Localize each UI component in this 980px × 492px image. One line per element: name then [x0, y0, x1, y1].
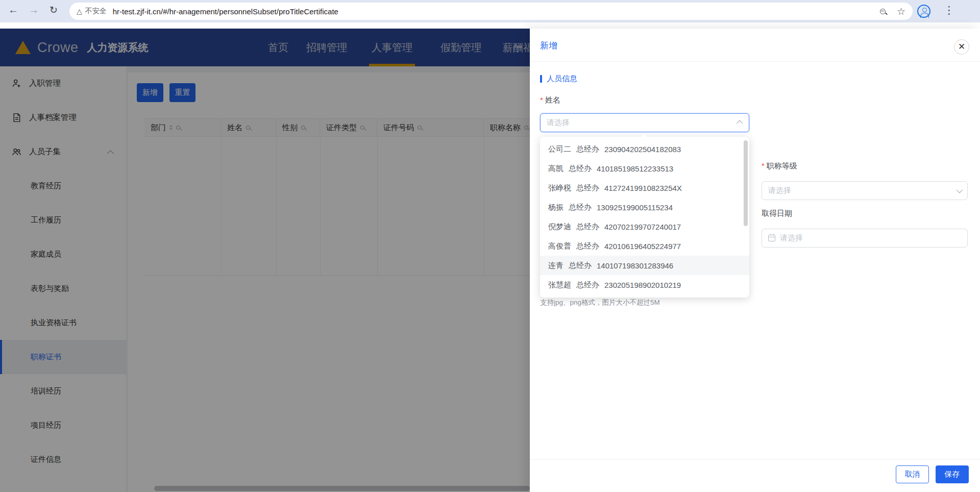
option-name: 连青 [548, 261, 564, 270]
browser-toolbar: ← → ↻ △ 不安全 hr-test.zjf-it.cn/#/hr-anage… [0, 0, 980, 22]
option-id: 420106196405224977 [604, 242, 681, 251]
zoom-out-icon[interactable] [880, 9, 886, 14]
browser-back-icon[interactable]: ← [8, 4, 18, 16]
dropdown-option[interactable]: 公司二总经办230904202504182083 [540, 139, 749, 159]
option-dept: 总经办 [576, 183, 599, 193]
option-dept: 总经办 [569, 164, 592, 174]
dropdown-option[interactable]: 高俊普总经办420106196405224977 [540, 236, 749, 256]
title-level-field-label: *职称等级 [762, 162, 797, 170]
url-text: hr-test.zjf-it.cn/#/hr-anagement/personn… [113, 7, 880, 16]
dropdown-option[interactable]: 张峥税总经办41272419910823254X [540, 178, 749, 198]
option-name: 杨振 [548, 203, 564, 212]
profile-avatar-icon[interactable] [917, 5, 930, 18]
required-asterisk: * [762, 161, 765, 170]
browser-forward-icon[interactable]: → [29, 4, 39, 16]
drawer-title: 新增 [540, 40, 557, 52]
app-page: Crowe 人力资源系统 首页招聘管理人事管理假勤管理薪酬福利 入职管理人事档案… [0, 29, 980, 492]
upload-hint: 支持jpg、png格式，图片大小不超过5M [540, 299, 660, 306]
option-name: 公司二 [548, 144, 571, 154]
name-dropdown: 公司二总经办230904202504182083高凯总经办41018519851… [540, 137, 749, 298]
name-field-label: *姓名 [540, 96, 560, 104]
option-name: 高俊普 [548, 241, 571, 251]
option-id: 41272419910823254X [604, 184, 682, 192]
save-button[interactable]: 保存 [936, 465, 969, 483]
dropdown-scrollbar[interactable] [744, 140, 748, 226]
option-name: 倪梦迪 [548, 222, 571, 232]
option-dept: 总经办 [569, 261, 592, 270]
security-warning-icon: △ [77, 7, 82, 15]
screen: ← → ↻ △ 不安全 hr-test.zjf-it.cn/#/hr-anage… [0, 0, 980, 492]
option-dept: 总经办 [576, 222, 599, 232]
option-id: 230205198902010219 [604, 281, 681, 289]
option-id: 420702199707240017 [604, 223, 681, 231]
address-bar[interactable]: △ 不安全 hr-test.zjf-it.cn/#/hr-anagement/p… [69, 3, 913, 20]
bookmark-star-icon[interactable]: ☆ [897, 7, 905, 16]
security-label[interactable]: 不安全 [85, 7, 107, 16]
dropdown-option[interactable]: 张慧超总经办230205198902010219 [540, 275, 749, 294]
name-select-placeholder: 请选择 [547, 118, 738, 128]
acquire-date-placeholder: 请选择 [780, 233, 961, 243]
option-id: 130925199005115234 [597, 203, 673, 212]
title-level-select[interactable]: 请选择 [762, 181, 968, 200]
browser-menu-icon[interactable]: ⋮ [944, 4, 954, 16]
option-dept: 总经办 [569, 203, 592, 212]
drawer-header-divider [530, 61, 980, 62]
option-name: 高凯 [548, 164, 564, 174]
option-id: 230904202504182083 [604, 145, 681, 154]
drawer-mask[interactable] [0, 29, 530, 492]
option-dept: 总经办 [576, 280, 599, 290]
name-select[interactable]: 请选择 [540, 113, 749, 132]
section-header: 人员信息 [540, 74, 577, 84]
drawer: 新增 ✕ 人员信息 *姓名 请选择 *职称等级 请选择 取得日 [530, 29, 980, 492]
option-name: 张慧超 [548, 280, 571, 290]
section-bar-icon [540, 75, 542, 83]
browser-reload-icon[interactable]: ↻ [50, 4, 58, 16]
close-icon[interactable]: ✕ [954, 39, 969, 55]
dropdown-option[interactable]: 倪梦迪总经办420702199707240017 [540, 217, 749, 236]
calendar-icon [768, 235, 775, 241]
option-id: 410185198512233513 [597, 164, 673, 173]
dropdown-option[interactable]: 高凯总经办410185198512233513 [540, 159, 749, 178]
section-title: 人员信息 [547, 74, 577, 84]
dropdown-option[interactable]: 连青总经办140107198301283946 [540, 256, 749, 275]
option-dept: 总经办 [576, 241, 599, 251]
cancel-button[interactable]: 取消 [896, 465, 929, 483]
acquire-date-field-label: 取得日期 [762, 209, 792, 217]
option-dept: 总经办 [576, 144, 599, 154]
option-name: 张峥税 [548, 183, 571, 193]
acquire-date-input[interactable]: 请选择 [762, 229, 968, 248]
required-asterisk: * [540, 95, 543, 104]
option-id: 140107198301283946 [597, 261, 673, 270]
chevron-down-icon [957, 187, 963, 193]
title-level-placeholder: 请选择 [768, 186, 957, 195]
dropdown-option[interactable]: 杨振总经办130925199005115234 [540, 198, 749, 217]
